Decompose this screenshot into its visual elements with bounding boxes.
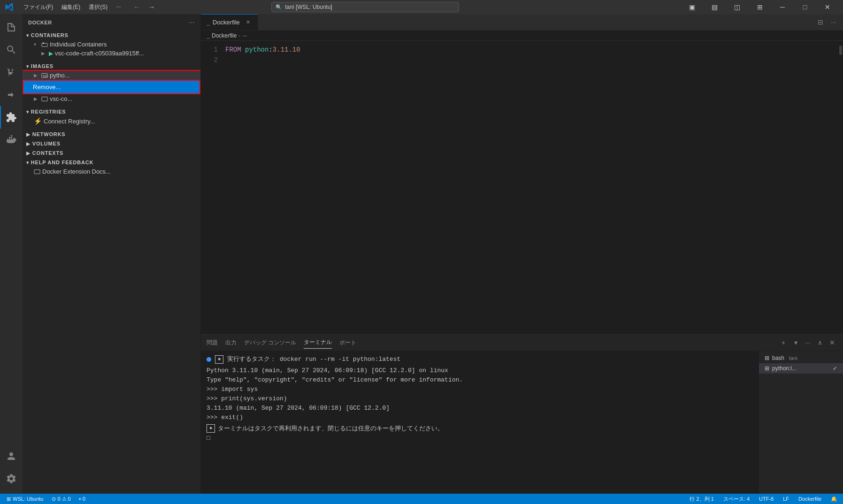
language-indicator[interactable]: Dockerfile xyxy=(797,494,823,504)
activity-extensions[interactable] xyxy=(0,106,23,129)
wsl-indicator[interactable]: ⊞ WSL: Ubuntu xyxy=(4,494,46,504)
activity-run[interactable] xyxy=(0,84,23,106)
help-item-icon xyxy=(34,168,40,175)
help-section-header[interactable]: ▾ HELP AND FEEDBACK xyxy=(23,158,200,167)
network-indicator[interactable]: ⌖ 0 xyxy=(77,494,87,504)
terminal-output-2: Type "help", "copyright", "credits" or "… xyxy=(207,375,753,385)
encoding-text: UTF-8 xyxy=(759,496,774,502)
task-text: 実行するタスク： docker run --rm -it python:late… xyxy=(227,355,400,364)
activity-settings[interactable] xyxy=(0,467,23,490)
activity-source-control[interactable] xyxy=(0,61,23,84)
eol-indicator[interactable]: LF xyxy=(781,494,791,504)
vscode-logo-icon xyxy=(5,2,14,12)
back-button[interactable]: ← xyxy=(130,2,143,12)
menu-file[interactable]: ファイル(F) xyxy=(20,2,57,12)
activity-explorer[interactable] xyxy=(0,16,23,38)
individual-containers-item[interactable]: ▾ Individual Containers xyxy=(23,40,200,49)
sidebar-header: DOCKER ··· xyxy=(23,14,200,31)
bell-icon: 🔔 xyxy=(831,496,837,502)
tab-debug-console[interactable]: デバッグ コンソール xyxy=(244,337,296,349)
vsc-image-item[interactable]: ▶ vsc-co... xyxy=(23,94,200,103)
remove-button[interactable]: Remove... xyxy=(23,80,200,94)
new-terminal-button[interactable]: + xyxy=(778,337,789,348)
tab-problems[interactable]: 問題 xyxy=(207,337,218,349)
dockerfile-tab-close-button[interactable]: ✕ xyxy=(245,19,252,26)
terminal-maximize-button[interactable]: ∧ xyxy=(815,337,825,348)
containers-section-header[interactable]: ▾ CONTAINERS xyxy=(23,31,200,40)
menu-select[interactable]: 選択(S) xyxy=(85,2,111,12)
tab-ports[interactable]: ポート xyxy=(339,337,356,349)
tab-bar-right: ⊟ ··· xyxy=(811,14,843,30)
breadcrumb-file[interactable]: Dockerfile xyxy=(212,32,237,39)
forward-button[interactable]: → xyxy=(145,2,158,12)
images-section-header[interactable]: ▾ IMAGES xyxy=(23,61,200,71)
spaces-indicator[interactable]: スペース: 4 xyxy=(721,494,751,504)
layout4-icon[interactable]: ⊞ xyxy=(749,0,771,14)
terminal-split-button[interactable]: ▾ xyxy=(790,337,801,348)
menu-edit[interactable]: 編集(E) xyxy=(58,2,84,12)
svg-rect-7 xyxy=(43,42,45,44)
connect-registry-label: Connect Registry... xyxy=(44,118,197,125)
terminal-more-button[interactable]: ··· xyxy=(803,337,813,348)
bash-shell-item[interactable]: ⊞ bash tani xyxy=(759,353,843,363)
breadcrumb-separator: › xyxy=(238,32,240,39)
svg-text:IMG: IMG xyxy=(43,74,48,77)
sidebar-more-button[interactable]: ··· xyxy=(189,18,195,27)
maximize-button[interactable]: □ xyxy=(794,0,816,14)
layout2-icon[interactable]: ▤ xyxy=(704,0,726,14)
volumes-label: VOLUMES xyxy=(32,141,61,146)
editor-scrollbar[interactable] xyxy=(838,45,843,330)
notification-bell[interactable]: 🔔 xyxy=(829,494,839,504)
help-item-1[interactable]: Docker Extension Docs... xyxy=(23,167,200,176)
tab-output[interactable]: 出力 xyxy=(225,337,237,349)
menu-more[interactable]: ··· xyxy=(112,2,124,12)
registries-section-header[interactable]: ▾ REGISTRIES xyxy=(23,107,200,116)
terminal-close-button[interactable]: ✕ xyxy=(827,337,837,348)
contexts-chevron-icon: ▶ xyxy=(26,151,31,156)
titlebar-search[interactable]: 🔍 tani [WSL: Ubuntu] xyxy=(271,2,459,12)
python-shell-item[interactable]: ⊞ python:l... ✓ xyxy=(759,363,843,374)
minimize-button[interactable]: ─ xyxy=(772,0,793,14)
registries-chevron-icon: ▾ xyxy=(26,109,29,115)
contexts-section-header[interactable]: ▶ CONTEXTS xyxy=(23,148,200,158)
spaces-text: スペース: 4 xyxy=(723,496,750,503)
terminal-tabs-right: + ▾ ··· ∧ ✕ xyxy=(778,337,837,348)
volumes-chevron-icon: ▶ xyxy=(26,141,31,146)
tab-terminal[interactable]: ターミナル xyxy=(304,336,332,349)
editor-content[interactable]: FROM python : 3.11.10 xyxy=(223,45,838,330)
activity-search[interactable] xyxy=(0,38,23,61)
encoding-indicator[interactable]: UTF-8 xyxy=(757,494,775,504)
vsc-container-item[interactable]: ▶ ▶ vsc-code-craft-c05039aa9915ff... xyxy=(23,49,200,58)
errors-indicator[interactable]: ⊙ 0 ⚠ 0 xyxy=(50,494,72,504)
line-number-2: 2 xyxy=(201,55,218,65)
activity-docker[interactable] xyxy=(0,129,23,151)
individual-containers-label: Individual Containers xyxy=(50,41,197,48)
bash-label: bash xyxy=(772,355,784,361)
close-button[interactable]: ✕ xyxy=(817,0,838,14)
tab-more-button[interactable]: ··· xyxy=(828,16,839,28)
task-star-icon: ✱ xyxy=(215,355,223,364)
terminal-main[interactable]: ✱ 実行するタスク： docker run --rm -it python:la… xyxy=(201,351,759,494)
dockerfile-tab[interactable]: ⎯ Dockerfile ✕ xyxy=(201,14,258,30)
editor[interactable]: 1 2 FROM python : 3.11.10 xyxy=(201,41,843,334)
registries-label: REGISTRIES xyxy=(31,109,66,115)
volumes-section-header[interactable]: ▶ VOLUMES xyxy=(23,139,200,148)
line-col-indicator[interactable]: 行 2、列 1 xyxy=(688,494,715,504)
networks-label: NETWORKS xyxy=(32,131,66,137)
activity-account[interactable] xyxy=(0,445,23,467)
warnings-count: 0 xyxy=(68,496,71,502)
tab-bar: ⎯ Dockerfile ✕ ⊟ ··· xyxy=(201,14,843,31)
networks-section-header[interactable]: ▶ NETWORKS xyxy=(23,130,200,139)
split-editor-button[interactable]: ⊟ xyxy=(815,16,826,28)
help-label: HELP AND FEEDBACK xyxy=(31,160,93,165)
python-shell-label: python:l... xyxy=(772,365,797,372)
dockerfile-tab-label: Dockerfile xyxy=(213,19,240,26)
python-shell-check-icon: ✓ xyxy=(833,365,837,372)
connect-registry-item[interactable]: ⚡ Connect Registry... xyxy=(23,116,200,126)
main-layout: DOCKER ··· ▾ CONTAINERS ▾ Individual Con… xyxy=(0,14,843,494)
keyword-from: FROM xyxy=(225,45,241,55)
layout-icon[interactable]: ▣ xyxy=(682,0,703,14)
python-image-item[interactable]: ▶ IMG pytho... xyxy=(23,71,200,80)
breadcrumb-more[interactable]: ··· xyxy=(242,32,247,39)
layout3-icon[interactable]: ◫ xyxy=(727,0,748,14)
